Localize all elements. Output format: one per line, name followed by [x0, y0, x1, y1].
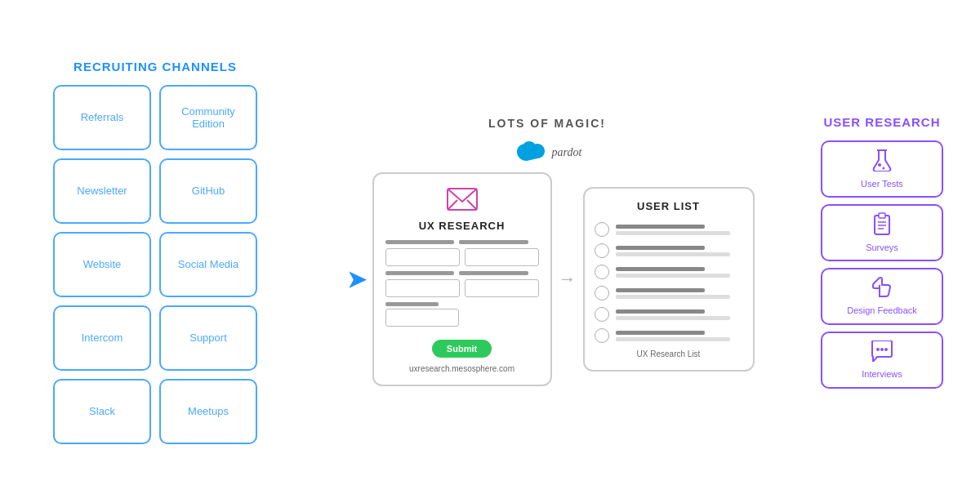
channel-website[interactable]: Website: [53, 232, 151, 297]
user-lines-6: [616, 331, 743, 341]
svg-point-13: [880, 348, 884, 351]
user-circle-6: [595, 328, 609, 343]
user-circle-4: [595, 286, 609, 300]
input-4[interactable]: [465, 279, 539, 297]
input-5[interactable]: [385, 309, 459, 327]
middle-arrow: →: [559, 269, 577, 290]
interviews-label: Interviews: [862, 369, 902, 379]
channel-github[interactable]: GitHub: [159, 158, 257, 224]
user-row-3: [595, 265, 743, 279]
svg-point-5: [883, 167, 885, 170]
svg-rect-7: [879, 213, 885, 218]
user-line-dark-5: [616, 309, 705, 314]
channel-social-media[interactable]: Social Media: [159, 232, 257, 297]
svg-point-12: [876, 348, 880, 351]
user-line-light-2: [616, 252, 730, 256]
research-box-surveys[interactable]: Surveys: [821, 204, 943, 261]
user-line-light-4: [616, 295, 730, 299]
user-row-2: [595, 243, 743, 258]
envelope-icon: [446, 187, 479, 215]
channel-meetups[interactable]: Meetups: [159, 379, 257, 444]
user-line-light-3: [616, 274, 730, 278]
user-row-5: [595, 307, 743, 322]
user-lines-5: [616, 309, 743, 320]
user-line-dark-1: [616, 225, 705, 229]
user-row-4: [595, 286, 743, 300]
research-box-user-tests[interactable]: User Tests: [821, 140, 943, 198]
channel-intercom[interactable]: Intercom: [53, 305, 151, 371]
blue-arrow-icon: ➤: [347, 266, 366, 293]
user-line-light-6: [616, 337, 730, 341]
user-lines-2: [616, 246, 743, 256]
input-1[interactable]: [385, 248, 460, 266]
right-section: USER RESEARCH User Tests: [817, 115, 947, 389]
gray-arrow-icon: →: [559, 269, 577, 290]
main-container: RECRUITING CHANNELS Referrals Community …: [16, 15, 964, 488]
recruiting-title: RECRUITING CHANNELS: [74, 60, 237, 73]
user-line-dark-6: [616, 331, 705, 335]
middle-cards: ➤ UX RESEARCH: [294, 172, 800, 386]
channel-community-edition[interactable]: Community Edition: [159, 85, 257, 150]
user-line-dark-2: [616, 246, 705, 250]
user-circle-1: [595, 222, 609, 237]
user-row-1: [595, 222, 743, 237]
left-section: RECRUITING CHANNELS Referrals Community …: [33, 60, 278, 444]
user-research-title: USER RESEARCH: [823, 115, 940, 129]
label-bar-2: [459, 240, 528, 244]
user-tests-label: User Tests: [861, 179, 903, 189]
user-line-light-1: [616, 231, 730, 235]
chat-icon: [871, 341, 893, 366]
label-bar-1: [385, 240, 455, 244]
user-circle-5: [595, 307, 609, 322]
form-url-label: uxresearch.mesosphere.com: [409, 364, 514, 373]
clipboard-icon: [873, 212, 891, 239]
user-circle-2: [595, 243, 609, 258]
user-lines-4: [616, 288, 743, 299]
surveys-label: Surveys: [866, 243, 898, 252]
channel-newsletter[interactable]: Newsletter: [53, 158, 151, 224]
salesforce-pardot-logo: pardot: [513, 141, 582, 164]
research-box-design-feedback[interactable]: Design Feedback: [821, 268, 943, 325]
middle-section: LOTS OF MAGIC! pardot ➤: [294, 117, 800, 386]
flask-icon: [872, 149, 892, 176]
research-box-interviews[interactable]: Interviews: [821, 332, 943, 389]
design-feedback-label: Design Feedback: [847, 305, 917, 315]
form-fields: [385, 240, 539, 332]
form-row-3: [385, 309, 539, 327]
svg-line-1: [448, 200, 457, 210]
user-lines-3: [616, 267, 743, 278]
user-line-dark-3: [616, 267, 705, 271]
userlist-label: UX Research List: [595, 349, 743, 358]
middle-title: LOTS OF MAGIC!: [488, 117, 606, 130]
svg-point-4: [878, 163, 881, 167]
form-row-2: [385, 279, 539, 297]
channel-support[interactable]: Support: [159, 305, 257, 371]
channels-grid: Referrals Community Edition Newsletter G…: [53, 85, 257, 444]
user-row-6: [595, 328, 743, 343]
user-line-dark-4: [616, 288, 705, 292]
svg-point-14: [884, 348, 888, 351]
userlist-title: USER LIST: [595, 200, 743, 212]
salesforce-cloud-icon: [513, 141, 549, 164]
input-2[interactable]: [465, 248, 539, 266]
form-title: UX RESEARCH: [419, 220, 506, 232]
user-lines-1: [616, 225, 743, 235]
form-card: UX RESEARCH: [372, 172, 552, 386]
userlist-card: USER LIST: [583, 187, 755, 372]
user-circle-3: [595, 265, 609, 279]
left-arrow: ➤: [347, 266, 366, 293]
user-line-light-5: [616, 316, 730, 320]
svg-line-2: [467, 200, 477, 210]
thumbsup-icon: [871, 277, 893, 302]
channel-slack[interactable]: Slack: [53, 379, 151, 444]
input-3[interactable]: [385, 279, 460, 297]
label-bar-4: [459, 271, 528, 275]
research-cards: User Tests Surveys: [821, 140, 943, 389]
label-bar-5: [385, 302, 439, 306]
pardot-label: pardot: [552, 146, 582, 159]
form-row-1: [385, 248, 539, 266]
channel-referrals[interactable]: Referrals: [53, 85, 151, 150]
label-bar-3: [385, 271, 455, 275]
submit-button[interactable]: Submit: [432, 340, 492, 358]
